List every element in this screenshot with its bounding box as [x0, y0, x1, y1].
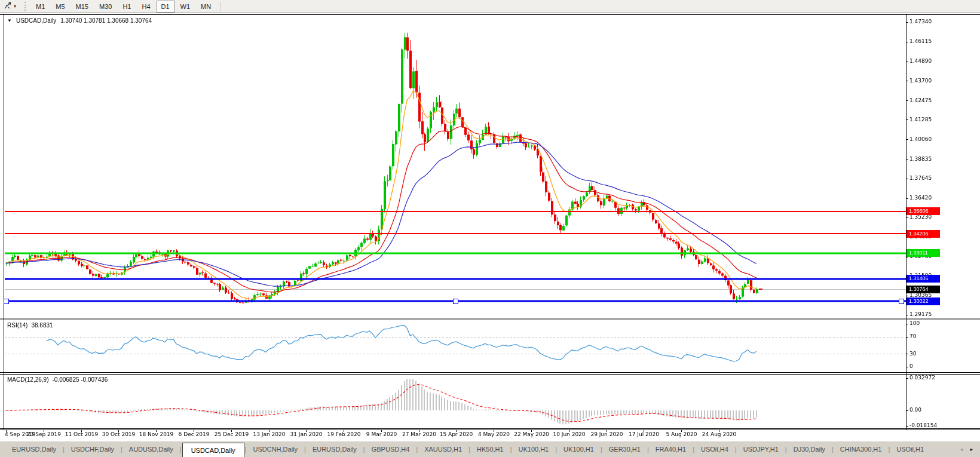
timeframe-button-w1[interactable]: W1: [176, 1, 195, 13]
rsi-value: 38.6831: [31, 322, 53, 329]
bottom-tab-china300-h1[interactable]: CHINA300,H1: [834, 441, 888, 457]
timeframe-button-m1[interactable]: M1: [31, 1, 50, 13]
tab-scroll-right-icon[interactable]: ▸: [970, 447, 973, 452]
timeframe-button-m5[interactable]: M5: [51, 1, 69, 13]
bottom-tab-uk100-h1[interactable]: UK100,H1: [512, 441, 555, 457]
toolbar-separator: [220, 2, 220, 11]
rsi-name: RSI(14): [7, 322, 27, 329]
bottom-tab-uk100-h1[interactable]: UK100,H1: [558, 441, 600, 457]
price-tag-1.31405: 1.31405: [906, 275, 940, 283]
terminal-window: ▾ M1M5M15M30H1H4D1W1MN ▼ USDCAD,Daily 1.…: [0, 0, 980, 457]
price-chart-canvas[interactable]: [0, 13, 980, 441]
bottom-tab-usoil-h4[interactable]: USOil,H4: [695, 441, 734, 457]
toolbar: ▾ M1M5M15M30H1H4D1W1MN: [0, 0, 980, 13]
macd-value: -0.006825 -0.007436: [52, 376, 108, 383]
price-tag-1.35606: 1.35606: [906, 207, 940, 215]
bottom-tab-usdcad-daily[interactable]: USDCAD,Daily: [182, 443, 244, 457]
timeframe-button-mn[interactable]: MN: [196, 1, 216, 13]
toolbar-grip-handle[interactable]: [24, 2, 26, 11]
price-tag-1.34206: 1.34206: [906, 230, 940, 238]
bottom-tab-gbpusd-h4[interactable]: GBPUSD,H4: [366, 441, 416, 457]
chevron-down-icon: ▾: [14, 4, 16, 9]
chart-tab-bar: EURUSD,Daily|USDCHF,Daily|AUDUSD,Daily|U…: [0, 441, 980, 457]
price-tag-1.33011: 1.33011: [906, 249, 940, 257]
timeframe-button-h1[interactable]: H1: [118, 1, 136, 13]
price-tag-1.30764: 1.30764: [906, 286, 940, 293]
timeframe-button-h4[interactable]: H4: [137, 1, 155, 13]
bottom-tab-xauusd-h1[interactable]: XAUUSD,H1: [418, 441, 468, 457]
bottom-tab-eurusd-daily[interactable]: EURUSD,Daily: [307, 441, 363, 457]
timeframe-button-m30[interactable]: M30: [94, 1, 117, 13]
chart-collapse-icon[interactable]: ▼: [7, 18, 12, 23]
bottom-tab-usdjpy-h1[interactable]: USDJPY,H1: [737, 441, 785, 457]
tab-scroll-controls: ◂ ▸: [953, 441, 980, 457]
chart-title: ▼ USDCAD,Daily 1.30740 1.30781 1.30668 1…: [7, 17, 152, 24]
cursor-tool-button[interactable]: ▾: [1, 1, 19, 13]
bottom-tab-dj30-daily[interactable]: DJ30,Daily: [788, 441, 831, 457]
bottom-tab-ger30-h1[interactable]: GER30,H1: [603, 441, 647, 457]
bottom-tab-eurusd-daily[interactable]: EURUSD,Daily: [6, 441, 62, 457]
timeframe-button-d1[interactable]: D1: [157, 1, 174, 13]
bottom-tab-usoil-h1[interactable]: USOil,H1: [890, 441, 930, 457]
timeframe-button-m15[interactable]: M15: [71, 1, 93, 13]
macd-indicator-label: MACD(12,26,9) -0.006825 -0.007436: [7, 376, 108, 383]
chart-symbol-label: USDCAD,Daily: [16, 17, 56, 24]
chart-ohlc-values: 1.30740 1.30781 1.30668 1.30764: [60, 17, 152, 24]
crosshair-tool-icon: [4, 1, 13, 12]
price-tag-1.30022: 1.30022: [906, 297, 940, 305]
bottom-tab-usdchf-daily[interactable]: USDCHF,Daily: [65, 441, 120, 457]
bottom-tab-usdcnh-daily[interactable]: USDCNH,Daily: [247, 441, 304, 457]
rsi-indicator-label: RSI(14) 38.6831: [7, 322, 53, 329]
tab-scroll-left-icon[interactable]: ◂: [960, 447, 963, 452]
bottom-tab-fra40-h1[interactable]: FRA40,H1: [650, 441, 692, 457]
macd-name: MACD(12,26,9): [7, 376, 48, 383]
chart-window: ▼ USDCAD,Daily 1.30740 1.30781 1.30668 1…: [0, 13, 980, 441]
bottom-tab-hk50-h1[interactable]: HK50,H1: [471, 441, 510, 457]
bottom-tab-audusd-daily[interactable]: AUDUSD,Daily: [123, 441, 179, 457]
